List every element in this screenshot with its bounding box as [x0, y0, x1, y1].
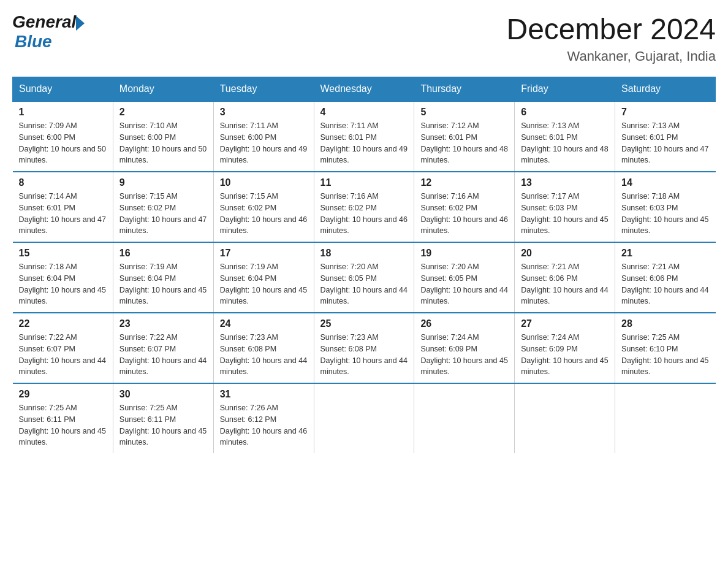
calendar-cell: 6 Sunrise: 7:13 AMSunset: 6:01 PMDayligh… [515, 101, 615, 172]
day-number: 8 [19, 177, 107, 188]
calendar-cell: 31 Sunrise: 7:26 AMSunset: 6:12 PMDaylig… [213, 383, 314, 453]
calendar-cell: 30 Sunrise: 7:25 AMSunset: 6:11 PMDaylig… [113, 383, 213, 453]
day-info: Sunrise: 7:21 AMSunset: 6:06 PMDaylight:… [521, 262, 608, 305]
day-info: Sunrise: 7:11 AMSunset: 6:01 PMDaylight:… [320, 121, 408, 164]
calendar-cell: 4 Sunrise: 7:11 AMSunset: 6:01 PMDayligh… [314, 101, 414, 172]
day-info: Sunrise: 7:18 AMSunset: 6:03 PMDaylight:… [621, 192, 708, 235]
day-info: Sunrise: 7:16 AMSunset: 6:02 PMDaylight:… [420, 192, 507, 235]
calendar-cell: 23 Sunrise: 7:22 AMSunset: 6:07 PMDaylig… [113, 313, 213, 383]
day-number: 17 [220, 248, 308, 259]
calendar-cell: 7 Sunrise: 7:13 AMSunset: 6:01 PMDayligh… [615, 101, 716, 172]
day-number: 28 [621, 318, 709, 329]
day-info: Sunrise: 7:20 AMSunset: 6:05 PMDaylight:… [420, 262, 507, 305]
calendar-cell: 17 Sunrise: 7:19 AMSunset: 6:04 PMDaylig… [213, 242, 314, 313]
day-info: Sunrise: 7:15 AMSunset: 6:02 PMDaylight:… [119, 192, 207, 235]
day-info: Sunrise: 7:23 AMSunset: 6:08 PMDaylight:… [320, 333, 408, 376]
title-block: December 2024 Wankaner, Gujarat, India [506, 12, 716, 64]
calendar-cell: 24 Sunrise: 7:23 AMSunset: 6:08 PMDaylig… [213, 313, 314, 383]
calendar-cell [314, 383, 414, 453]
day-number: 11 [320, 177, 408, 188]
day-info: Sunrise: 7:12 AMSunset: 6:01 PMDaylight:… [420, 121, 507, 164]
day-number: 15 [19, 248, 107, 259]
day-info: Sunrise: 7:16 AMSunset: 6:02 PMDaylight:… [320, 192, 408, 235]
day-number: 18 [320, 248, 408, 259]
day-number: 14 [621, 177, 709, 188]
day-info: Sunrise: 7:25 AMSunset: 6:11 PMDaylight:… [19, 404, 106, 446]
calendar-cell: 3 Sunrise: 7:11 AMSunset: 6:00 PMDayligh… [213, 101, 314, 172]
day-info: Sunrise: 7:23 AMSunset: 6:08 PMDaylight:… [220, 333, 307, 376]
logo-general-text: General [12, 12, 76, 32]
calendar-week-row: 1 Sunrise: 7:09 AMSunset: 6:00 PMDayligh… [13, 101, 716, 172]
day-info: Sunrise: 7:18 AMSunset: 6:04 PMDaylight:… [19, 262, 106, 305]
calendar-week-row: 22 Sunrise: 7:22 AMSunset: 6:07 PMDaylig… [13, 313, 716, 383]
header-monday: Monday [113, 77, 213, 102]
calendar-cell: 1 Sunrise: 7:09 AMSunset: 6:00 PMDayligh… [13, 101, 113, 172]
day-info: Sunrise: 7:14 AMSunset: 6:01 PMDaylight:… [19, 192, 106, 235]
calendar-cell: 5 Sunrise: 7:12 AMSunset: 6:01 PMDayligh… [414, 101, 515, 172]
calendar-cell: 10 Sunrise: 7:15 AMSunset: 6:02 PMDaylig… [213, 172, 314, 242]
day-info: Sunrise: 7:22 AMSunset: 6:07 PMDaylight:… [19, 333, 106, 376]
calendar-header-row: SundayMondayTuesdayWednesdayThursdayFrid… [13, 77, 716, 102]
day-number: 2 [119, 107, 207, 118]
day-info: Sunrise: 7:19 AMSunset: 6:04 PMDaylight:… [220, 262, 307, 305]
header-friday: Friday [515, 77, 615, 102]
day-info: Sunrise: 7:15 AMSunset: 6:02 PMDaylight:… [220, 192, 307, 235]
calendar-cell: 18 Sunrise: 7:20 AMSunset: 6:05 PMDaylig… [314, 242, 414, 313]
day-number: 27 [521, 318, 609, 329]
calendar-cell: 29 Sunrise: 7:25 AMSunset: 6:11 PMDaylig… [13, 383, 113, 453]
day-number: 9 [119, 177, 207, 188]
calendar-cell [414, 383, 515, 453]
day-number: 22 [19, 318, 107, 329]
calendar-cell: 21 Sunrise: 7:21 AMSunset: 6:06 PMDaylig… [615, 242, 716, 313]
day-number: 26 [420, 318, 508, 329]
day-info: Sunrise: 7:25 AMSunset: 6:10 PMDaylight:… [621, 333, 708, 376]
calendar-cell: 9 Sunrise: 7:15 AMSunset: 6:02 PMDayligh… [113, 172, 213, 242]
day-info: Sunrise: 7:10 AMSunset: 6:00 PMDaylight:… [119, 121, 207, 164]
day-info: Sunrise: 7:09 AMSunset: 6:00 PMDaylight:… [19, 121, 106, 164]
day-info: Sunrise: 7:24 AMSunset: 6:09 PMDaylight:… [420, 333, 507, 376]
calendar-cell [515, 383, 615, 453]
day-info: Sunrise: 7:22 AMSunset: 6:07 PMDaylight:… [119, 333, 207, 376]
header-sunday: Sunday [13, 77, 113, 102]
day-number: 3 [220, 107, 308, 118]
day-info: Sunrise: 7:11 AMSunset: 6:00 PMDaylight:… [220, 121, 307, 164]
day-info: Sunrise: 7:20 AMSunset: 6:05 PMDaylight:… [320, 262, 408, 305]
day-number: 16 [119, 248, 207, 259]
day-number: 1 [19, 107, 107, 118]
day-number: 25 [320, 318, 408, 329]
calendar-cell [615, 383, 716, 453]
calendar-cell: 16 Sunrise: 7:19 AMSunset: 6:04 PMDaylig… [113, 242, 213, 313]
logo-arrow-icon [76, 16, 85, 31]
day-number: 7 [621, 107, 709, 118]
page-header: General Blue December 2024 Wankaner, Guj… [12, 12, 716, 64]
calendar-cell: 27 Sunrise: 7:24 AMSunset: 6:09 PMDaylig… [515, 313, 615, 383]
month-year-title: December 2024 [506, 12, 716, 46]
calendar-cell: 8 Sunrise: 7:14 AMSunset: 6:01 PMDayligh… [13, 172, 113, 242]
calendar-cell: 12 Sunrise: 7:16 AMSunset: 6:02 PMDaylig… [414, 172, 515, 242]
header-wednesday: Wednesday [314, 77, 414, 102]
day-number: 24 [220, 318, 308, 329]
calendar-cell: 2 Sunrise: 7:10 AMSunset: 6:00 PMDayligh… [113, 101, 213, 172]
header-thursday: Thursday [414, 77, 515, 102]
day-number: 10 [220, 177, 308, 188]
calendar-week-row: 15 Sunrise: 7:18 AMSunset: 6:04 PMDaylig… [13, 242, 716, 313]
day-info: Sunrise: 7:13 AMSunset: 6:01 PMDaylight:… [521, 121, 608, 164]
day-info: Sunrise: 7:21 AMSunset: 6:06 PMDaylight:… [621, 262, 708, 305]
day-info: Sunrise: 7:26 AMSunset: 6:12 PMDaylight:… [220, 404, 307, 446]
day-number: 21 [621, 248, 709, 259]
day-info: Sunrise: 7:24 AMSunset: 6:09 PMDaylight:… [521, 333, 608, 376]
header-tuesday: Tuesday [213, 77, 314, 102]
calendar-week-row: 8 Sunrise: 7:14 AMSunset: 6:01 PMDayligh… [13, 172, 716, 242]
calendar-table: SundayMondayTuesdayWednesdayThursdayFrid… [12, 77, 716, 453]
location-subtitle: Wankaner, Gujarat, India [506, 48, 716, 64]
day-number: 20 [521, 248, 609, 259]
day-number: 30 [119, 389, 207, 400]
day-info: Sunrise: 7:25 AMSunset: 6:11 PMDaylight:… [119, 404, 207, 446]
day-number: 19 [420, 248, 508, 259]
calendar-cell: 11 Sunrise: 7:16 AMSunset: 6:02 PMDaylig… [314, 172, 414, 242]
day-number: 31 [220, 389, 308, 400]
header-saturday: Saturday [615, 77, 716, 102]
day-number: 4 [320, 107, 408, 118]
calendar-cell: 15 Sunrise: 7:18 AMSunset: 6:04 PMDaylig… [13, 242, 113, 313]
calendar-cell: 19 Sunrise: 7:20 AMSunset: 6:05 PMDaylig… [414, 242, 515, 313]
